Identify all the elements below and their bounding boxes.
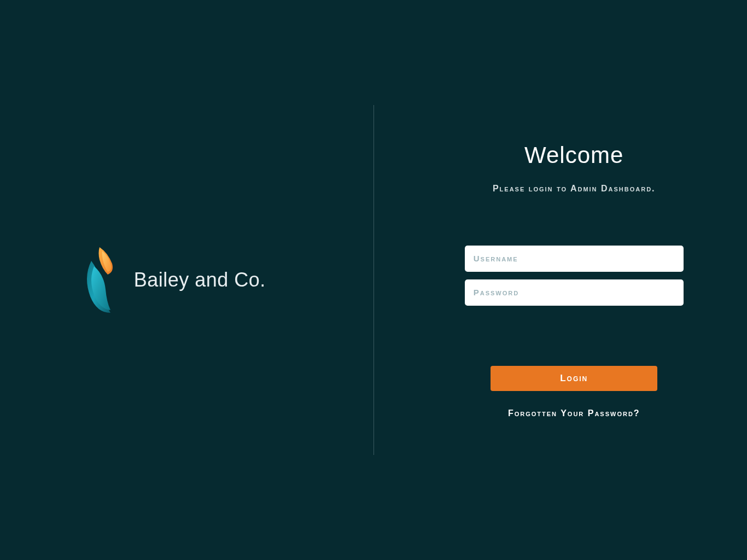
login-panel: Welcome Please login to Admin Dashboard.…	[374, 142, 748, 418]
forgot-password-link[interactable]: Forgotten Your Password?	[508, 409, 640, 418]
login-button[interactable]: Login	[491, 366, 657, 391]
flame-logo-icon	[80, 244, 124, 316]
welcome-subtitle: Please login to Admin Dashboard.	[493, 184, 656, 194]
welcome-title: Welcome	[524, 142, 623, 168]
username-input[interactable]	[465, 246, 684, 272]
brand-name: Bailey and Co.	[134, 269, 266, 291]
login-form	[465, 246, 684, 306]
brand-panel: Bailey and Co.	[0, 244, 374, 316]
login-container: Bailey and Co. Welcome Please login to A…	[0, 0, 747, 560]
logo-wrapper: Bailey and Co.	[80, 244, 266, 316]
password-input[interactable]	[465, 279, 684, 306]
